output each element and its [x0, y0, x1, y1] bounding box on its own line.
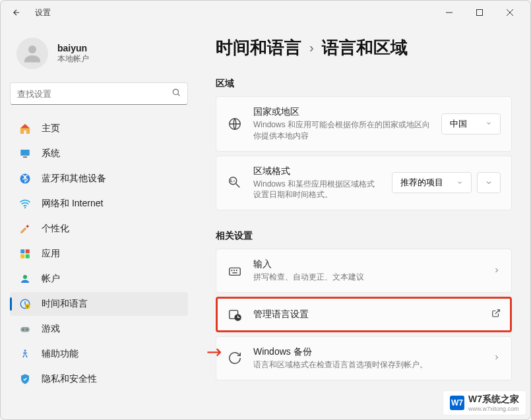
personalization-icon	[19, 223, 31, 235]
card-desc: 拼写检查、自动更正、文本建议	[253, 272, 482, 283]
svg-rect-7	[20, 150, 30, 156]
accessibility-icon	[19, 348, 31, 360]
sidebar-item-gaming[interactable]: 游戏	[10, 317, 188, 341]
nav-label: 应用	[42, 248, 60, 260]
back-button[interactable]	[6, 2, 27, 23]
nav-label: 网络和 Internet	[42, 198, 103, 210]
card-input[interactable]: 输入 拼写检查、自动更正、文本建议	[216, 249, 512, 293]
svg-rect-14	[26, 255, 30, 258]
svg-text:字: 字	[26, 305, 29, 309]
close-button[interactable]	[495, 2, 525, 23]
breadcrumb: 时间和语言 › 语言和区域	[216, 36, 512, 59]
user-profile[interactable]: baiyun 本地帐户	[10, 32, 188, 82]
sidebar-item-apps[interactable]: 应用	[10, 242, 188, 266]
sidebar-item-privacy[interactable]: 隐私和安全性	[10, 367, 188, 391]
format-dropdown[interactable]: 推荐的项目	[392, 172, 472, 193]
card-action: 推荐的项目	[392, 172, 501, 193]
card-region-format[interactable]: Aㅈ 区域格式 Windows 和某些应用根据区域格式设置日期和时间格式。 推荐…	[216, 156, 512, 211]
expand-button[interactable]	[477, 172, 501, 193]
watermark-url: www.w7xitong.com	[468, 405, 519, 412]
svg-rect-19	[20, 327, 30, 332]
svg-point-4	[28, 45, 36, 53]
window-controls	[434, 2, 525, 23]
content-area: baiyun 本地帐户 主页 系统	[1, 24, 530, 419]
backup-icon	[227, 350, 243, 366]
sidebar-item-home[interactable]: 主页	[10, 117, 188, 140]
sidebar-item-network[interactable]: 网络和 Internet	[10, 192, 188, 216]
sidebar-item-bluetooth[interactable]: 蓝牙和其他设备	[10, 167, 188, 191]
svg-point-5	[173, 89, 178, 94]
privacy-icon	[19, 373, 31, 385]
sidebar-item-personalization[interactable]: 个性化	[10, 217, 188, 241]
card-title: 管理语言设置	[253, 309, 481, 320]
main-panel: 时间和语言 › 语言和区域 区域 国家或地区 Windows 和应用可能会根据你…	[197, 24, 530, 419]
avatar	[16, 38, 48, 69]
home-icon	[19, 123, 31, 135]
settings-window: 设置 baiyun 本地帐户	[0, 0, 531, 420]
user-type: 本地帐户	[57, 53, 89, 65]
svg-line-6	[178, 94, 180, 96]
titlebar: 设置	[1, 1, 530, 24]
card-text: Windows 备份 语言和区域格式在检查语言首选项时保存到帐户。	[253, 346, 482, 371]
search-icon	[172, 88, 181, 100]
nav-label: 时间和语言	[42, 298, 88, 310]
card-desc: Windows 和应用可能会根据你所在的国家或地区向你提供本地内容	[253, 119, 431, 142]
apps-icon	[19, 248, 31, 260]
svg-point-21	[26, 329, 28, 330]
sidebar-item-accounts[interactable]: 帐户	[10, 267, 188, 291]
nav-label: 辅助功能	[42, 348, 78, 360]
keyboard-icon	[227, 263, 243, 279]
sidebar-item-system[interactable]: 系统	[10, 142, 188, 165]
bluetooth-icon	[19, 173, 31, 185]
chevron-right-icon	[493, 265, 501, 277]
nav-list: 主页 系统 蓝牙和其他设备 网络和 Internet 个性化	[10, 117, 188, 391]
sidebar-item-time-language[interactable]: 字 时间和语言	[10, 292, 188, 316]
dropdown-value: 中国	[450, 118, 467, 130]
time-language-icon: 字	[19, 298, 31, 310]
sidebar: baiyun 本地帐户 主页 系统	[1, 24, 197, 419]
nav-label: 帐户	[42, 273, 60, 285]
region-format-icon: Aㅈ	[227, 175, 243, 191]
svg-point-10	[24, 207, 26, 208]
card-desc: 语言和区域格式在检查语言首选项时保存到帐户。	[253, 359, 482, 371]
section-region-title: 区域	[216, 78, 512, 90]
chevron-right-icon	[493, 352, 501, 364]
breadcrumb-separator: ›	[309, 40, 314, 55]
nav-label: 系统	[42, 148, 60, 160]
search-input[interactable]	[17, 89, 172, 99]
watermark-icon: W7	[450, 396, 464, 410]
svg-rect-13	[20, 255, 24, 258]
titlebar-left: 设置	[6, 2, 51, 23]
external-link-icon	[491, 309, 501, 320]
svg-rect-8	[23, 157, 27, 158]
minimize-button[interactable]	[434, 2, 464, 23]
card-admin-language[interactable]: 管理语言设置	[216, 297, 512, 332]
breadcrumb-current: 语言和区域	[322, 36, 408, 59]
nav-label: 蓝牙和其他设备	[42, 173, 106, 185]
chevron-down-icon	[485, 119, 492, 129]
card-title: 国家或地区	[253, 106, 431, 118]
svg-point-29	[236, 270, 237, 270]
card-text: 区域格式 Windows 和某些应用根据区域格式设置日期和时间格式。	[253, 165, 381, 201]
wifi-icon	[19, 198, 31, 210]
card-country[interactable]: 国家或地区 Windows 和应用可能会根据你所在的国家或地区向你提供本地内容 …	[216, 96, 512, 152]
maximize-button[interactable]	[464, 2, 495, 23]
admin-language-icon	[227, 307, 243, 322]
window-title: 设置	[35, 7, 51, 18]
user-info: baiyun 本地帐户	[57, 43, 89, 65]
accounts-icon	[19, 273, 31, 285]
card-title: Windows 备份	[253, 346, 482, 358]
card-title: 输入	[253, 258, 482, 270]
country-dropdown[interactable]: 中国	[441, 113, 501, 135]
svg-rect-1	[477, 10, 483, 16]
gaming-icon	[19, 323, 31, 335]
breadcrumb-parent[interactable]: 时间和语言	[216, 36, 301, 59]
card-windows-backup[interactable]: Windows 备份 语言和区域格式在检查语言首选项时保存到帐户。	[216, 336, 512, 380]
svg-point-15	[23, 275, 27, 279]
search-box[interactable]	[10, 82, 188, 105]
nav-label: 游戏	[42, 323, 60, 335]
section-related-title: 相关设置	[216, 230, 512, 242]
sidebar-item-accessibility[interactable]: 辅助功能	[10, 342, 188, 366]
svg-rect-26	[230, 268, 241, 275]
nav-label: 主页	[42, 123, 60, 135]
